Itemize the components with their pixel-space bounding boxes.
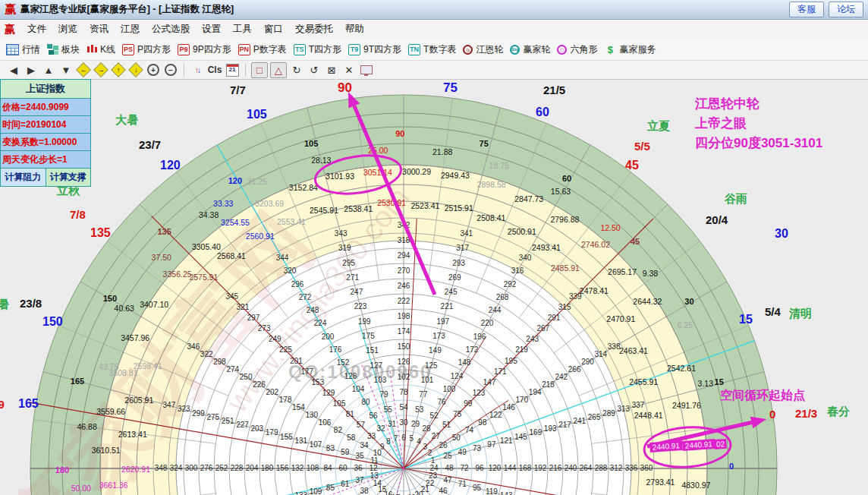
wheel-label: 3610.51 (92, 446, 121, 455)
menu-item-公式选股[interactable]: 公式选股 (146, 20, 196, 38)
pan-left-icon[interactable]: ← (76, 63, 91, 77)
toolbar-item-六角形[interactable]: ⬡六角形 (557, 43, 597, 56)
wheel-label: 45 (631, 237, 640, 246)
screen-icon[interactable] (359, 63, 374, 77)
forum-button[interactable]: 论坛 (829, 2, 863, 17)
wheel-label: 96 (475, 464, 484, 472)
time-updown-icon[interactable]: ↑↓ (190, 63, 205, 77)
toolbar-separator (184, 64, 184, 77)
menu-item-资讯[interactable]: 资讯 (83, 20, 115, 38)
wheel-label: 130 (305, 411, 318, 419)
toolbar-label: 赢家服务 (619, 43, 656, 56)
9p-square-icon: P9 (178, 44, 190, 55)
wheel-label: 295 (342, 259, 355, 267)
wheel-label: 344 (276, 254, 289, 262)
pan-right-icon[interactable]: → (93, 63, 108, 77)
wheel-label: 51 (442, 421, 451, 429)
window-title: 赢家江恩专业版[赢家服务平台] - [上证指数 江恩轮] (20, 3, 234, 16)
wheel-label: 2448.41 (634, 411, 663, 420)
wheel-label: 223 (354, 302, 367, 311)
toolbar-item-K线[interactable]: K线 (86, 43, 115, 56)
wheel-outer-label: 7/8 (70, 208, 86, 221)
nav-down-icon[interactable]: ▼ (58, 63, 74, 77)
wheel-label: 2470.91 (606, 314, 635, 323)
toolbar-item-赢家轮[interactable]: Big赢家轮 (510, 43, 550, 56)
wheel-outer-label: 15 (739, 313, 753, 326)
wheel-label: 243 (526, 335, 539, 343)
wheel-label: 313 (617, 405, 630, 413)
toolbar-item-江恩轮[interactable]: ◎江恩轮 (463, 43, 503, 56)
toolbar-item-赢家服务[interactable]: $赢家服务 (604, 43, 656, 56)
toolbar-item-行情[interactable]: 行情 (6, 43, 40, 56)
wheel-label: 125 (425, 361, 438, 370)
wheel-label: 2605.91 (124, 396, 153, 405)
wheel-label: 217 (558, 421, 571, 429)
p-table-icon: PN (238, 44, 250, 55)
wheel-outer-label: 谷雨 (725, 192, 747, 207)
wheel-label: 180 (261, 464, 274, 472)
zoom-out-icon[interactable]: − (163, 63, 178, 77)
nav-left-icon[interactable]: ◀ (6, 63, 21, 77)
menu-item-帮助[interactable]: 帮助 (339, 20, 370, 38)
wheel-label: 226 (253, 380, 266, 389)
toolbar-item-P数字表[interactable]: PNP数字表 (238, 43, 287, 56)
menu-item-文件[interactable]: 文件 (21, 20, 52, 38)
wheel-label: 28 (422, 424, 431, 433)
menu-item-江恩[interactable]: 江恩 (115, 20, 146, 38)
wheel-label: 324 (170, 464, 183, 472)
wheel-label: 3203.69 (255, 199, 284, 208)
wheel-label: 3152.84 (289, 183, 318, 192)
toolbar-item-P四方形[interactable]: PSP四方形 (122, 43, 171, 56)
rotate-cw-icon[interactable]: ↻ (289, 63, 304, 77)
menu-item-窗口[interactable]: 窗口 (258, 20, 289, 38)
nav-right-icon[interactable]: ▶ (24, 63, 39, 77)
wheel-label: 85 (326, 484, 335, 492)
pan-up-icon[interactable]: ↑ (111, 63, 126, 77)
wheel-outer-label: 75 (443, 80, 458, 96)
wheel-label: 317 (456, 244, 469, 252)
9t-square-icon: T9 (348, 44, 360, 55)
rect-tool-icon[interactable]: □ (251, 62, 268, 78)
wheel-label: 347 (163, 401, 176, 409)
wheel-label: 2 (428, 449, 432, 457)
calendar-icon[interactable]: 21 (225, 63, 240, 77)
toolbar-item-9T四方形[interactable]: T99T四方形 (348, 43, 401, 56)
wheel-label: 78 (399, 388, 408, 396)
wheel-label: 314 (594, 350, 607, 358)
wheel-label: 127 (370, 361, 382, 370)
box-select-icon[interactable]: ⊠ (324, 63, 339, 77)
pan-down-icon[interactable]: ↓ (128, 63, 143, 77)
wheel-label: 4 (417, 437, 421, 446)
toolbar-item-9P四方形[interactable]: P99P四方形 (178, 43, 231, 56)
wheel-label: 2793.41 (646, 478, 675, 487)
wheel-label: 224 (314, 319, 327, 327)
cls-button[interactable]: Cls (207, 63, 222, 77)
menu-item-浏览[interactable]: 浏览 (52, 20, 83, 38)
calc-resistance-button[interactable]: 计算阻力 (1, 169, 46, 186)
menu-item-交易委托[interactable]: 交易委托 (289, 20, 339, 38)
wheel-label: 222 (398, 297, 410, 305)
rotate-ccw-icon[interactable]: ↺ (307, 63, 322, 77)
customer-service-button[interactable]: 客服 (789, 2, 824, 17)
menu-item-工具[interactable]: 工具 (227, 20, 258, 38)
wheel-label: 2463.41 (619, 346, 648, 355)
wheel-label: 336 (625, 464, 638, 472)
toolbar-item-板块[interactable]: 板块 (47, 43, 80, 56)
zoom-in-icon[interactable]: + (146, 63, 161, 77)
wheel-label: 36 (354, 464, 363, 472)
triangle-tool-icon[interactable]: △ (270, 62, 287, 78)
wheel-label: 165 (71, 377, 84, 386)
wheel-label: 59 (341, 448, 350, 456)
wheel-label: 196 (473, 333, 486, 341)
calc-support-button[interactable]: 计算支撑 (46, 169, 91, 186)
nav-up-icon[interactable]: ▲ (41, 63, 56, 77)
t-square-icon: TS (294, 44, 306, 55)
collapse-icon[interactable]: ✕ (341, 63, 357, 77)
toolbar-label: T数字表 (423, 43, 456, 56)
wheel-label: 3.13 (698, 379, 714, 388)
menu-item-设置[interactable]: 设置 (196, 20, 227, 38)
wheel-outer-label: 0 (769, 408, 775, 421)
toolbar-item-T数字表[interactable]: TNT数字表 (408, 43, 456, 56)
app-logo-icon: 赢 (5, 2, 16, 17)
toolbar-item-T四方形[interactable]: TST四方形 (294, 43, 341, 56)
